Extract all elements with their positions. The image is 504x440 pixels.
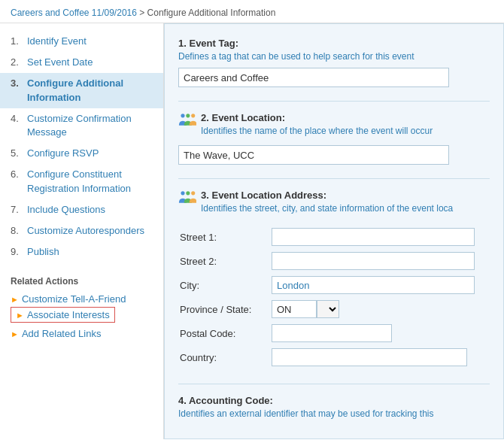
accounting-code-num: 4. — [178, 395, 187, 406]
street2-row: Street 2: — [180, 250, 488, 272]
related-item-tell-a-friend[interactable]: ► Customize Tell-A-Friend — [11, 291, 153, 307]
people-icon — [178, 112, 196, 127]
related-item-associate-interests-label: Associate Interests — [27, 309, 110, 320]
section-event-location: 2. Event Location: Identifies the name o… — [178, 112, 490, 165]
sidebar: 1. Identify Event 2. Set Event Date 3. C… — [0, 23, 164, 439]
accounting-code-title: Accounting Code: — [189, 395, 273, 406]
province-dropdown[interactable] — [317, 300, 339, 318]
event-location-title: Event Location: — [211, 112, 285, 123]
accounting-code-desc: Identifies an external identifier that m… — [178, 408, 490, 419]
breadcrumb: Careers and Coffee 11/09/2016 > Configur… — [0, 0, 504, 23]
street1-input[interactable] — [272, 228, 475, 246]
postal-label: Postal Code: — [180, 322, 270, 344]
event-tag-input[interactable] — [178, 68, 449, 87]
divider-1 — [178, 101, 490, 102]
event-tag-num: 1. — [178, 38, 187, 49]
province-input[interactable] — [272, 300, 317, 318]
postal-row: Postal Code: — [180, 322, 488, 344]
city-label: City: — [180, 274, 270, 296]
main-layout: 1. Identify Event 2. Set Event Date 3. C… — [0, 23, 504, 439]
section-accounting-code: 4. Accounting Code: Identifies an extern… — [178, 395, 490, 419]
city-input[interactable] — [272, 276, 475, 294]
people-icon-2 — [178, 190, 196, 205]
sidebar-item-customize-confirmation[interactable]: 4. Customize Confirmation Message — [0, 108, 163, 143]
event-location-num: 2. — [201, 112, 209, 123]
sidebar-item-publish[interactable]: 9. Publish — [0, 241, 163, 262]
street2-input[interactable] — [272, 252, 475, 270]
address-num: 3. — [201, 190, 209, 201]
breadcrumb-separator: > — [139, 8, 147, 18]
address-table: Street 1: Street 2: City: Province / Sta… — [178, 224, 490, 370]
arrow-icon: ► — [11, 295, 19, 304]
street1-row: Street 1: — [180, 226, 488, 248]
province-group — [272, 300, 488, 318]
address-desc: Identifies the street, city, and state i… — [201, 203, 453, 214]
postal-input[interactable] — [272, 324, 392, 342]
province-label: Province / State: — [180, 298, 270, 320]
province-row: Province / State: — [180, 298, 488, 320]
arrow-icon-3: ► — [11, 329, 19, 338]
arrow-icon-2: ► — [16, 311, 24, 320]
svg-point-1 — [186, 114, 190, 117]
street1-label: Street 1: — [180, 226, 270, 248]
svg-point-0 — [181, 114, 184, 117]
svg-point-5 — [191, 191, 195, 195]
related-item-tell-a-friend-label: Customize Tell-A-Friend — [22, 293, 126, 305]
related-item-add-links-label: Add Related Links — [22, 328, 102, 339]
section-event-tag: 1. Event Tag: Defines a tag that can be … — [178, 38, 490, 87]
svg-point-3 — [181, 191, 184, 195]
city-row: City: — [180, 274, 488, 296]
sidebar-item-include-questions[interactable]: 7. Include Questions — [0, 199, 163, 220]
country-label: Country: — [180, 346, 270, 369]
section-event-location-address: 3. Event Location Address: Identifies th… — [178, 190, 490, 370]
event-tag-desc: Defines a tag that can be used to help s… — [178, 51, 490, 62]
related-actions-title: Related Actions — [11, 276, 153, 287]
sidebar-item-customize-autoresponders[interactable]: 8. Customize Autoresponders — [0, 220, 163, 241]
breadcrumb-current: Configure Additional Information — [147, 8, 276, 18]
svg-point-4 — [186, 191, 190, 195]
related-item-add-links[interactable]: ► Add Related Links — [11, 326, 153, 341]
related-item-associate-interests[interactable]: ► Associate Interests — [11, 307, 115, 323]
svg-point-2 — [191, 114, 195, 117]
sidebar-item-configure-additional[interactable]: 3. Configure Additional Information — [0, 73, 163, 108]
event-tag-title: Event Tag: — [189, 38, 238, 49]
divider-3 — [178, 384, 490, 384]
sidebar-item-identify-event[interactable]: 1. Identify Event — [0, 31, 163, 52]
address-title: Event Location Address: — [211, 190, 326, 201]
divider-2 — [178, 178, 490, 179]
sidebar-item-configure-constituent[interactable]: 6. Configure Constituent Registration In… — [0, 164, 163, 199]
sidebar-item-configure-rsvp[interactable]: 5. Configure RSVP — [0, 143, 163, 164]
breadcrumb-link[interactable]: Careers and Coffee 11/09/2016 — [11, 8, 137, 18]
event-location-input[interactable] — [178, 145, 449, 165]
sidebar-item-set-event-date[interactable]: 2. Set Event Date — [0, 52, 163, 73]
street2-label: Street 2: — [180, 250, 270, 272]
main-content: 1. Event Tag: Defines a tag that can be … — [164, 23, 504, 439]
country-row: Country: — [180, 346, 488, 369]
sidebar-nav: 1. Identify Event 2. Set Event Date 3. C… — [0, 31, 163, 262]
country-input[interactable] — [272, 348, 467, 366]
related-actions: Related Actions ► Customize Tell-A-Frien… — [0, 269, 163, 349]
event-location-desc: Identifies the name of the place where t… — [201, 126, 433, 136]
